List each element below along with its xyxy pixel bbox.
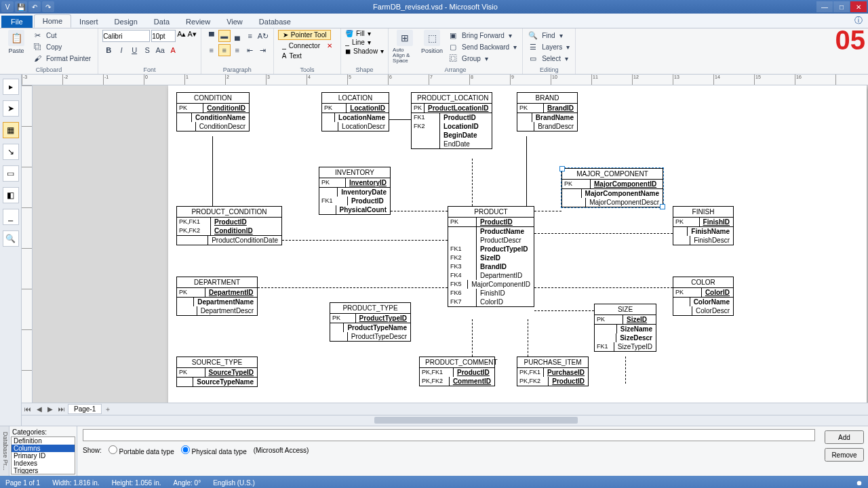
shapes-toolbar: ▸ ➤ ▦ ↘ ▭ ◧ ⎯ 🔍 [0, 75, 22, 426]
auto-align-button[interactable]: ⊞Auto Align & Space [393, 30, 417, 64]
shapes-expand-button[interactable]: ▸ [3, 79, 19, 95]
tab-review[interactable]: Review [178, 16, 218, 28]
tab-insert[interactable]: Insert [71, 16, 106, 28]
minimize-button[interactable]: — [816, 1, 833, 12]
tab-file[interactable]: File [1, 16, 33, 28]
align-bottom-button[interactable]: ▄ [231, 30, 243, 42]
cut-button[interactable]: ✂Cut [31, 30, 94, 41]
physical-type-radio[interactable]: Physical data type [181, 445, 247, 455]
entity-size[interactable]: SIZE PKSizeID SizeName SizeDescr FK1Size… [594, 304, 656, 352]
align-right-button[interactable]: ≡ [231, 44, 243, 56]
tool-connector[interactable]: ⎯ [3, 209, 19, 225]
maximize-button[interactable]: □ [833, 1, 850, 12]
connector [534, 211, 561, 211]
page-first-button[interactable]: ⏮ [22, 405, 34, 413]
portable-type-radio[interactable]: Portable data type [108, 445, 174, 455]
entity-brand[interactable]: BRAND PKBrandID BrandName BrandDescr [517, 92, 578, 131]
font-color-button[interactable]: A [167, 44, 179, 56]
entity-product[interactable]: PRODUCT PKProductID ProductName ProductD… [448, 206, 534, 307]
page-last-button[interactable]: ⏭ [56, 405, 68, 413]
ribbon-tabs: File Home Insert Design Data Review View… [0, 14, 868, 28]
layers-button[interactable]: ☰Layers ▾ [527, 41, 571, 52]
pointer-tool-button[interactable]: ➤Pointer Tool [278, 30, 332, 40]
grow-font-button[interactable]: A▴ [177, 30, 186, 42]
vertical-ruler [22, 85, 33, 403]
font-name-input[interactable] [102, 30, 150, 42]
underline-button[interactable]: U [128, 44, 140, 56]
bold-button[interactable]: B [102, 44, 115, 56]
entity-department[interactable]: DEPARTMENT PKDepartmentID DepartmentName… [176, 277, 258, 316]
entity-major-component[interactable]: MAJOR_COMPONENT PKMajorComponentID Major… [561, 168, 663, 207]
bring-forward-button[interactable]: ▣Bring Forward ▾ [447, 30, 518, 41]
drawing-canvas[interactable]: CONDITION PKConditionID ConditionName Co… [33, 85, 868, 403]
entity-color[interactable]: COLOR PKColorID ColorName ColorDescr [673, 277, 734, 316]
tool-pointer[interactable]: ➤ [3, 100, 19, 117]
entity-product-comment[interactable]: PRODUCT_COMMENT PK,FK1ProductID PK,FK2Co… [419, 357, 495, 386]
align-middle-button[interactable]: ▬ [218, 30, 231, 42]
entity-product-location[interactable]: PRODUCT_LOCATION PKProductLocationID FK1… [411, 92, 492, 149]
entity-product-condition[interactable]: PRODUCT_CONDITION PK,FK1ProductID PK,FK2… [176, 206, 282, 245]
page-prev-button[interactable]: ◀ [34, 405, 45, 413]
page-tab-1[interactable]: Page-1 [68, 404, 102, 414]
tool-zoom[interactable]: 🔍 [3, 230, 19, 247]
entity-location[interactable]: LOCATION PKLocationID LocationName Locat… [321, 92, 389, 131]
align-top-button[interactable]: ▀ [205, 30, 218, 42]
find-button[interactable]: 🔍Find ▾ [527, 30, 571, 41]
page-add-button[interactable]: ＋ [102, 405, 114, 414]
connector-tool-button[interactable]: ⎯Connector✕ [278, 41, 336, 50]
db-panel-tab[interactable]: Database Pr... [0, 426, 9, 476]
tab-database[interactable]: Database [251, 16, 299, 28]
scrollbar-thumb[interactable] [374, 417, 578, 424]
tab-data[interactable]: Data [146, 16, 178, 28]
select-button[interactable]: ▭Select ▾ [527, 53, 571, 64]
line-button[interactable]: ⎯Line ▾ [345, 39, 371, 46]
shadow-button[interactable]: ◼Shadow ▾ [345, 47, 384, 55]
position-button[interactable]: ⬚Position [420, 30, 444, 54]
case-button[interactable]: Aa [154, 44, 166, 56]
columns-grid[interactable] [83, 429, 815, 441]
fill-button[interactable]: 🪣Fill ▾ [345, 30, 371, 37]
entity-product-type[interactable]: PRODUCT_TYPE PKProductTypeID ProductType… [330, 302, 411, 342]
entity-purchase-item[interactable]: PURCHASE_ITEM PK,FK1PurchaseID PK,FK2Pro… [517, 357, 589, 386]
group-button[interactable]: ⿴Group ▾ [447, 53, 518, 64]
copy-button[interactable]: ⿻Copy [31, 41, 94, 52]
horizontal-scrollbar[interactable] [22, 415, 868, 426]
save-icon[interactable]: 💾 [15, 1, 27, 12]
rotate-text-button[interactable]: A↻ [257, 30, 269, 42]
font-size-input[interactable] [151, 30, 176, 42]
group-arrange: ⊞Auto Align & Space ⬚Position ▣Bring For… [389, 28, 523, 74]
italic-button[interactable]: I [115, 44, 127, 56]
format-painter-button[interactable]: 🖌Format Painter [31, 53, 94, 64]
tab-design[interactable]: Design [106, 16, 146, 28]
tab-view[interactable]: View [218, 16, 251, 28]
entity-finish[interactable]: FINISH PKFinishID FinishName FinishDescr [673, 206, 734, 245]
bullets-button[interactable]: ≡ [244, 30, 256, 42]
tool-entity[interactable]: ▦ [3, 122, 19, 138]
tool-rect[interactable]: ▭ [3, 165, 19, 182]
x-icon[interactable]: ✕ [327, 42, 332, 49]
entity-source-type[interactable]: SOURCE_TYPE PKSourceTypeID SourceTypeNam… [176, 357, 258, 387]
redo-icon[interactable]: ↷ [42, 1, 54, 12]
send-backward-button[interactable]: ▢Send Backward ▾ [447, 41, 518, 52]
entity-inventory[interactable]: INVENTORY PKInventoryID InventoryDate FK… [319, 167, 391, 215]
paste-button[interactable]: 📋Paste [4, 30, 28, 54]
align-center-button[interactable]: ≡ [218, 44, 231, 56]
tab-home[interactable]: Home [34, 14, 71, 28]
shrink-font-button[interactable]: A▾ [187, 30, 196, 42]
add-column-button[interactable]: Add [825, 430, 864, 444]
indent-inc-button[interactable]: ⇥ [257, 44, 269, 56]
tool-view[interactable]: ◧ [3, 187, 19, 203]
tool-relation[interactable]: ↘ [3, 144, 19, 160]
macro-record-icon[interactable]: ⏺ [856, 479, 863, 487]
entity-condition[interactable]: CONDITION PKConditionID ConditionName Co… [176, 92, 250, 131]
connector [534, 287, 673, 288]
strike-button[interactable]: S [141, 44, 153, 56]
close-button[interactable]: ✕ [850, 1, 867, 12]
undo-icon[interactable]: ↶ [28, 1, 41, 12]
align-left-button[interactable]: ≡ [205, 44, 218, 56]
page-next-button[interactable]: ▶ [45, 405, 56, 413]
text-tool-button[interactable]: AText [278, 52, 306, 60]
categories-list[interactable]: Definition Columns Primary ID Indexes Tr… [11, 436, 75, 474]
indent-dec-button[interactable]: ⇤ [244, 44, 256, 56]
remove-column-button[interactable]: Remove [825, 448, 864, 462]
